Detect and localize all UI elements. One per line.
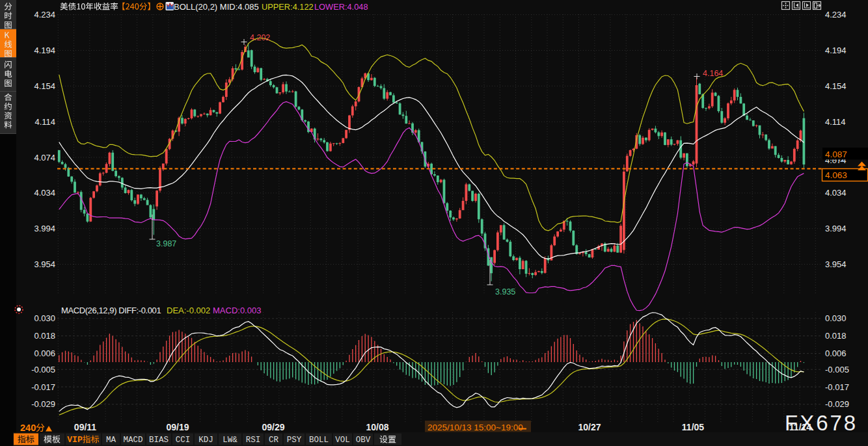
svg-text:4.154: 4.154 [34, 81, 55, 91]
svg-text:0.006: 0.006 [34, 348, 55, 358]
svg-text:4.114: 4.114 [34, 117, 55, 127]
svg-text:4.202: 4.202 [250, 33, 270, 42]
svg-text:BIAS: BIAS [149, 436, 169, 445]
svg-text:09/19: 09/19 [166, 422, 189, 432]
svg-text:-0.005: -0.005 [31, 365, 55, 374]
svg-text:MACD:0.003: MACD:0.003 [213, 306, 261, 315]
svg-text:4.034: 4.034 [34, 188, 55, 198]
svg-text:09/11: 09/11 [74, 422, 96, 432]
svg-text:VOL: VOL [335, 436, 350, 445]
svg-text:4.194: 4.194 [34, 46, 55, 55]
svg-text:4.234: 4.234 [34, 10, 55, 20]
svg-text:MACD(26,12,9) DIFF:-0.001: MACD(26,12,9) DIFF:-0.001 [61, 306, 161, 315]
svg-text:-0.017: -0.017 [825, 382, 849, 392]
svg-text:3.935: 3.935 [495, 287, 515, 296]
svg-text:MACD: MACD [123, 436, 142, 445]
svg-text:4.164: 4.164 [703, 69, 723, 78]
svg-text:VIP: VIP [67, 435, 83, 445]
svg-text:0.018: 0.018 [34, 331, 55, 341]
svg-text:3.994: 3.994 [825, 224, 847, 233]
svg-text:3.987: 3.987 [156, 239, 176, 248]
svg-text:10/08: 10/08 [366, 422, 388, 432]
svg-text:KDJ: KDJ [198, 436, 213, 445]
svg-text:3.994: 3.994 [34, 224, 55, 233]
svg-text:BOLL: BOLL [309, 436, 329, 445]
svg-text:2025/10/13 15:00~19:00: 2025/10/13 15:00~19:00 [427, 423, 523, 432]
svg-text:CCI: CCI [176, 436, 191, 445]
svg-text:MA: MA [106, 436, 116, 445]
svg-text:OBV: OBV [356, 436, 371, 445]
svg-text:-0.029: -0.029 [825, 399, 849, 409]
svg-text:4.063: 4.063 [825, 170, 847, 180]
svg-text:4.087: 4.087 [825, 150, 847, 159]
svg-text:LW&: LW& [223, 436, 237, 445]
svg-text:RSI: RSI [246, 436, 261, 445]
svg-text:4.234: 4.234 [825, 10, 847, 20]
svg-text:0.006: 0.006 [825, 348, 847, 358]
svg-text:-0.005: -0.005 [825, 365, 849, 374]
svg-text:FX678: FX678 [785, 411, 858, 435]
svg-text:4.194: 4.194 [825, 46, 847, 55]
svg-text:-0.029: -0.029 [31, 399, 55, 409]
svg-text:LOWER:4.048: LOWER:4.048 [314, 2, 368, 12]
svg-text:11/05: 11/05 [682, 422, 704, 432]
svg-text:CR: CR [269, 436, 279, 445]
svg-text:240: 240 [20, 423, 36, 433]
svg-text:3.954: 3.954 [825, 259, 847, 269]
svg-text:09/29: 09/29 [262, 422, 284, 432]
svg-text:-0.017: -0.017 [31, 382, 55, 392]
svg-text:0.018: 0.018 [825, 331, 847, 341]
svg-text:DEA:-0.002: DEA:-0.002 [167, 306, 210, 315]
svg-text:10/27: 10/27 [578, 422, 601, 432]
svg-text:4.074: 4.074 [34, 153, 55, 163]
svg-text:4.114: 4.114 [825, 117, 846, 127]
svg-text:0.030: 0.030 [825, 313, 847, 323]
svg-text:3.954: 3.954 [34, 259, 55, 269]
svg-text:0.030: 0.030 [34, 313, 55, 323]
svg-text:4.034: 4.034 [825, 188, 847, 198]
svg-text:4.154: 4.154 [825, 81, 847, 91]
svg-text:UPPER:4.122: UPPER:4.122 [262, 2, 314, 12]
svg-text:PSY: PSY [287, 436, 302, 445]
svg-text:BOLL(20,2) MID:4.085: BOLL(20,2) MID:4.085 [174, 2, 259, 12]
